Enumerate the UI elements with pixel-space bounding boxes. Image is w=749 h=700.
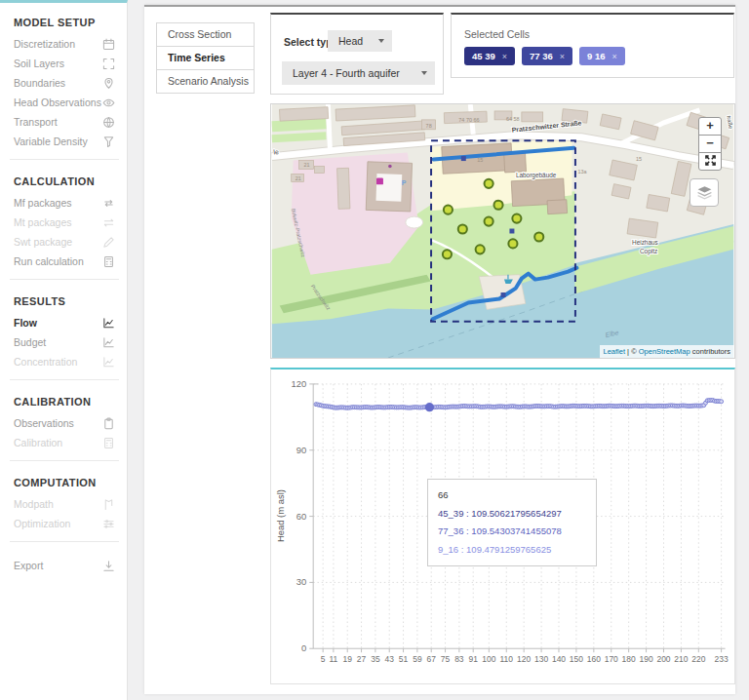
- layers-control-button[interactable]: [690, 178, 719, 207]
- calculator-icon: [102, 255, 115, 268]
- remove-cell-icon[interactable]: ×: [560, 52, 565, 61]
- leaflet-link[interactable]: Leaflet: [604, 347, 626, 356]
- zoom-out-button[interactable]: −: [698, 135, 722, 153]
- svg-text:90: 90: [296, 445, 307, 455]
- observation-well-marker[interactable]: [476, 245, 485, 253]
- globe-icon: [102, 116, 115, 129]
- observation-well-marker[interactable]: [485, 179, 493, 188]
- sidebar-item-variable-density[interactable]: Variable Density: [0, 132, 127, 151]
- svg-text:210: 210: [674, 654, 688, 664]
- remove-cell-icon[interactable]: ×: [612, 52, 617, 61]
- cell-chip-77-36[interactable]: 77 36 ×: [522, 47, 572, 65]
- fullscreen-button[interactable]: [698, 152, 722, 171]
- svg-text:160: 160: [587, 654, 601, 664]
- svg-text:19: 19: [343, 654, 353, 664]
- eye-icon: [102, 97, 115, 109]
- svg-text:120: 120: [291, 378, 306, 389]
- sidebar-item-transport[interactable]: Transport: [0, 112, 127, 132]
- cell-chip-9-16[interactable]: 9 16 ×: [579, 47, 625, 65]
- download-icon: [102, 560, 115, 572]
- sidebar-item-calibration: Calibration: [0, 433, 127, 452]
- svg-text:Head (m asl): Head (m asl): [275, 489, 286, 542]
- chart-panel: 0306090120511192735435159677583911001101…: [270, 368, 735, 684]
- svg-text:51: 51: [399, 654, 409, 664]
- sidebar-section-title: RESULTS: [0, 282, 127, 313]
- sidebar-item-label: Boundaries: [14, 77, 65, 89]
- observation-well-marker[interactable]: [534, 232, 543, 241]
- sidebar-item-label: Variable Density: [14, 136, 88, 147]
- tooltip-row-9-16: 9_16 : 109.4791259765625: [438, 541, 586, 560]
- tab-scenario-analysis[interactable]: Scenario Analysis: [156, 69, 255, 94]
- attribution-text: contributors: [690, 347, 730, 356]
- observation-well-marker[interactable]: [443, 250, 452, 258]
- svg-text:83: 83: [454, 654, 464, 664]
- sidebar-item-budget[interactable]: Budget: [0, 332, 127, 352]
- sidebar-item-label: Mf packages: [14, 197, 72, 209]
- svg-text:0: 0: [301, 642, 306, 653]
- tab-cross-section[interactable]: Cross Section: [156, 22, 255, 47]
- sidebar-item-soil-layers[interactable]: Soil Layers: [0, 54, 127, 73]
- map-panel: Pratzschwitzer Straße le traße Laborgebä…: [270, 103, 735, 359]
- sidebar-divider: [10, 541, 119, 542]
- sidebar-item-flow[interactable]: Flow: [0, 313, 127, 332]
- svg-text:100: 100: [482, 654, 495, 664]
- fullscreen-icon: [705, 155, 716, 166]
- sidebar-item-label: Observations: [14, 417, 74, 429]
- heizhaus-label: Heizhaus: [632, 239, 658, 246]
- map-attribution: Leaflet | © OpenStreetMap contributors: [600, 345, 735, 358]
- heizhaus-label-2: Copitz: [640, 248, 657, 255]
- svg-text:5: 5: [321, 654, 326, 664]
- line-chart-icon: [102, 356, 115, 369]
- selected-cell-marker[interactable]: [461, 156, 466, 161]
- house-number: 15: [477, 157, 483, 163]
- sidebar-item-concentration: Concentration: [0, 352, 127, 371]
- map-zoom-controls: + −: [698, 117, 722, 171]
- sidebar-divider: [10, 279, 119, 280]
- type-dropdown[interactable]: Head: [328, 30, 392, 52]
- observation-well-marker[interactable]: [493, 201, 502, 210]
- sidebar-item-head-observations[interactable]: Head Observations: [0, 93, 127, 112]
- layer-dropdown[interactable]: Layer 4 - Fourth aquifer: [282, 61, 435, 85]
- pencil-icon: [102, 236, 115, 249]
- view-tabs: Cross Section Time Series Scenario Analy…: [156, 23, 255, 94]
- site-map[interactable]: Pratzschwitzer Straße le traße Laborgebä…: [271, 104, 734, 358]
- svg-text:59: 59: [413, 654, 422, 664]
- sidebar-item-boundaries[interactable]: Boundaries: [0, 73, 127, 93]
- selected-cell-marker[interactable]: [501, 292, 506, 297]
- tab-time-series[interactable]: Time Series: [156, 46, 255, 70]
- layers-icon: [696, 185, 713, 200]
- observation-well-marker[interactable]: [512, 214, 521, 223]
- observation-well-marker[interactable]: [458, 224, 467, 233]
- loop-arrows-icon: [102, 197, 115, 210]
- select-type-panel: Select type Head Layer 4 - Fourth aquife…: [270, 13, 444, 95]
- exchange-arrows-icon: [102, 216, 115, 229]
- sidebar-item-swt-package: Swt package: [0, 232, 127, 252]
- observation-well-marker[interactable]: [508, 239, 517, 248]
- osm-link[interactable]: OpenStreetMap: [639, 347, 690, 356]
- selected-cell-marker[interactable]: [509, 229, 514, 234]
- sidebar-item-observations[interactable]: Observations: [0, 413, 127, 433]
- sidebar-item-label: Head Observations: [14, 97, 101, 108]
- sidebar-section-title: MODEL SETUP: [0, 3, 127, 34]
- cell-chip-label: 9 16: [587, 51, 606, 61]
- sidebar-item-label: Discretization: [14, 38, 75, 50]
- chart-tooltip: 66 45_39 : 109.50621795654297 77_36 : 10…: [427, 479, 597, 566]
- sidebar-item-label: Modpath: [14, 498, 54, 510]
- map-dock: [479, 275, 526, 310]
- sidebar-item-export[interactable]: Export: [0, 556, 127, 575]
- sidebar-item-label: Mt packages: [14, 216, 72, 228]
- cell-chip-label: 45 39: [472, 51, 495, 61]
- calendar-icon: [102, 38, 115, 51]
- sidebar-item-run-calculation[interactable]: Run calculation: [0, 252, 127, 271]
- line-chart-icon: [102, 317, 115, 330]
- remove-cell-icon[interactable]: ×: [502, 52, 507, 61]
- zoom-in-button[interactable]: +: [698, 117, 722, 136]
- cell-chip-45-39[interactable]: 45 39 ×: [464, 47, 515, 65]
- sidebar-item-mf-packages[interactable]: Mf packages: [0, 193, 127, 213]
- density-icon: [102, 136, 115, 148]
- svg-text:190: 190: [640, 654, 653, 664]
- sidebar-item-discretization[interactable]: Discretization: [0, 34, 127, 54]
- observation-well-marker[interactable]: [444, 206, 453, 214]
- selected-cells-chips: 45 39 × 77 36 × 9 16 ×: [464, 47, 625, 65]
- observation-well-marker[interactable]: [485, 217, 493, 226]
